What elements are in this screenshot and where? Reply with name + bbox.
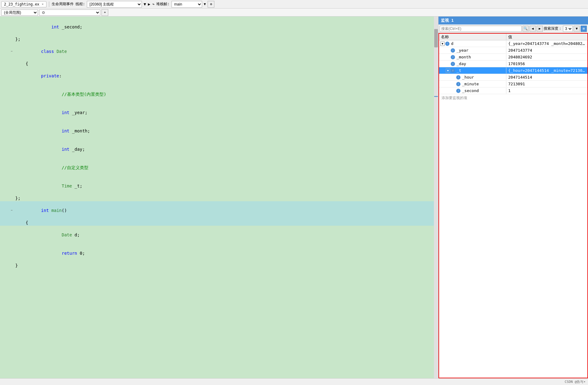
- var-name-second: _second: [462, 88, 479, 93]
- watch-add-hint[interactable]: 添加要监视的项: [439, 94, 587, 102]
- depth-select[interactable]: 3: [563, 26, 573, 32]
- line-gutter: [0, 85, 9, 103]
- watch-row-t[interactable]: ▼ i _t {_hour=2047144514 _minute=7213091…: [439, 67, 587, 74]
- code-text: };: [14, 36, 438, 42]
- secondary-toolbar: (全局范围) ⊙ +: [0, 9, 588, 17]
- code-text: Date d;: [14, 226, 438, 244]
- file-tab[interactable]: 2_23_fighting.ex ×: [1, 1, 46, 7]
- line-gutter: [0, 140, 9, 158]
- columns-btn[interactable]: ⊞: [581, 26, 587, 32]
- var-name-hour: _hour: [462, 75, 474, 80]
- code-text: Time _t;: [14, 177, 438, 195]
- code-line: Date d;: [0, 226, 438, 244]
- code-text: return 0;: [14, 244, 438, 262]
- stack-select[interactable]: main: [172, 1, 202, 8]
- watch-title: 监视 1: [441, 18, 454, 23]
- code-line-main: − int main(): [0, 201, 438, 220]
- watch-row-minute[interactable]: i _minute 7213091: [439, 81, 587, 87]
- code-text: {: [14, 61, 438, 67]
- add-watch-btn[interactable]: +: [102, 9, 108, 16]
- watch-row-hour[interactable]: i _hour 2047144514: [439, 74, 587, 81]
- fold-icon: [9, 262, 14, 268]
- watch-row-month[interactable]: i _month 2048024692: [439, 54, 587, 61]
- add-hint-text: 添加要监视的项: [442, 96, 467, 100]
- watch-row-value-hour: 2047144514: [506, 74, 587, 80]
- code-line: };: [0, 36, 438, 42]
- code-line: Time _t;: [0, 177, 438, 195]
- code-line: {: [0, 220, 438, 226]
- expand-icon-d[interactable]: ▼: [440, 42, 445, 46]
- var-name-month: _month: [457, 55, 471, 59]
- watch-pane: 监视 1 🔍 ◀ ▶ 搜索深度： 3 ▼ ⊞: [438, 17, 588, 378]
- var-icon-hour: i: [456, 75, 460, 80]
- prev-result-btn[interactable]: ◀: [530, 26, 536, 32]
- code-text: private:: [14, 67, 438, 85]
- main-area: int _second; }; − class Date: [0, 17, 588, 378]
- watch-row-value-second: 1: [506, 88, 587, 94]
- fold-icon[interactable]: −: [9, 201, 14, 220]
- watch-col-header: 名称 值: [439, 34, 587, 40]
- watch-table: 名称 值 ▼ i d {_year=2047143774 _month=2048…: [438, 33, 588, 378]
- fold-icon: [9, 226, 14, 244]
- status-bar: CSDN @告与•: [0, 378, 588, 385]
- code-line: };: [0, 195, 438, 201]
- code-content: int _second; }; − class Date: [0, 17, 438, 378]
- event-label: 生命周期事件: [52, 2, 74, 7]
- filter-icon: ▼: [144, 2, 146, 6]
- code-line: {: [0, 61, 438, 67]
- code-text: class Date: [14, 42, 438, 61]
- search-btn[interactable]: 🔍: [523, 26, 529, 32]
- watch-row-name: ▼ i _t: [439, 68, 506, 73]
- file-tab-label: 2_23_fighting.ex: [4, 2, 39, 6]
- line-gutter: [0, 201, 9, 220]
- expand-icon-t[interactable]: ▼: [446, 68, 450, 73]
- code-line: int _year;: [0, 103, 438, 122]
- line-gutter: [0, 262, 9, 268]
- fold-icon[interactable]: −: [9, 42, 14, 61]
- line-gutter: [0, 220, 9, 226]
- line-gutter: [0, 61, 9, 67]
- code-text: {: [14, 220, 438, 226]
- step-icon: ↷: [152, 2, 155, 6]
- scrollbar-thumb[interactable]: [434, 29, 438, 47]
- code-text: int _month;: [14, 122, 438, 140]
- watch-row-d[interactable]: ▼ i d {_year=2047143774 _month=204802469…: [439, 40, 587, 47]
- watch-row-value-day: 1701956: [506, 61, 587, 67]
- func-select[interactable]: ⊙: [39, 9, 100, 16]
- thread-select[interactable]: [20360] 主线程: [87, 1, 142, 8]
- arrow-right-icon: ▶: [539, 27, 541, 31]
- add-icon: +: [104, 10, 106, 14]
- var-icon-t: i: [451, 68, 455, 73]
- code-line: int _month;: [0, 122, 438, 140]
- var-icon-month: i: [451, 55, 455, 59]
- fold-icon: [9, 244, 14, 262]
- scope-select[interactable]: (全局范围): [1, 9, 38, 16]
- watch-row-day[interactable]: i _day 1701956: [439, 61, 587, 67]
- var-name-day: _day: [457, 61, 466, 66]
- next-result-btn[interactable]: ▶: [537, 26, 543, 32]
- code-text: };: [14, 195, 438, 201]
- code-scrollbar[interactable]: [434, 17, 438, 378]
- close-icon[interactable]: ×: [42, 2, 44, 6]
- fold-icon: [9, 103, 14, 122]
- watch-row-second[interactable]: i _second 1: [439, 87, 587, 94]
- watch-row-value-d: {_year=2047143774 _month=2048024692 _da: [506, 41, 587, 46]
- fold-icon: [9, 122, 14, 140]
- depth-label: 搜索深度：: [544, 26, 562, 31]
- stack-label: 堆栈帧:: [156, 2, 169, 7]
- watch-search-input[interactable]: [440, 26, 522, 32]
- var-name-d: d: [451, 41, 453, 46]
- top-toolbar: 2_23_fighting.ex × 生命周期事件 线程: [20360] 主线…: [0, 0, 588, 9]
- code-text: }: [14, 262, 438, 268]
- code-text: int main(): [14, 201, 438, 220]
- line-gutter: [0, 244, 9, 262]
- watch-row-name: i _hour: [439, 74, 506, 80]
- filter-watch-btn[interactable]: ▼: [574, 26, 580, 32]
- line-gutter: [0, 18, 9, 36]
- status-text: CSDN @告与•: [565, 379, 586, 384]
- settings-btn[interactable]: ⚙: [208, 1, 214, 8]
- code-text: int _second;: [14, 18, 438, 36]
- watch-row-year[interactable]: i _year 2047143774: [439, 47, 587, 54]
- columns-icon: ⊞: [583, 27, 585, 31]
- code-line: int _second;: [0, 18, 438, 36]
